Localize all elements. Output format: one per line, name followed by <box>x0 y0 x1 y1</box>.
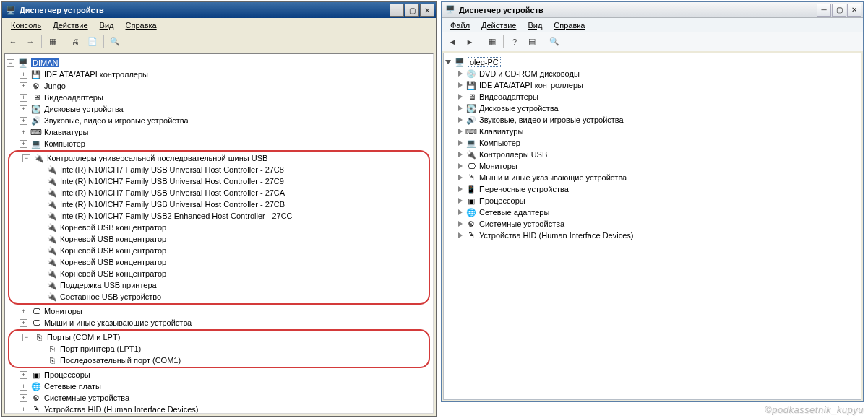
expand-icon[interactable]: + <box>20 71 27 79</box>
menu-console[interactable]: Консоль <box>5 19 47 31</box>
category-label[interactable]: Мониторы <box>44 307 82 315</box>
tree-category[interactable]: 💾 IDE ATA/ATAPI контроллеры <box>458 79 859 91</box>
expand-icon[interactable] <box>458 198 463 204</box>
category-label[interactable]: Мониторы <box>479 162 517 170</box>
root-label[interactable]: DIMAN <box>31 58 59 67</box>
forward-icon[interactable]: → <box>22 34 38 50</box>
menu-action[interactable]: Действие <box>47 19 93 31</box>
expand-icon[interactable] <box>458 129 463 134</box>
collapse-icon[interactable]: − <box>22 154 30 162</box>
category-label[interactable]: IDE ATA/ATAPI контроллеры <box>44 70 148 79</box>
category-label[interactable]: IDE ATA/ATAPI контроллеры <box>479 81 583 90</box>
tree-category[interactable]: 🖱 Устройства HID (Human Interface Device… <box>458 230 859 241</box>
tree-category[interactable]: + 🖱 Устройства HID (Human Interface Devi… <box>20 404 431 414</box>
expand-icon[interactable]: + <box>20 308 27 315</box>
titlebar[interactable]: 🖥️ Диспетчер устройств ─ ▢ ✕ <box>442 2 863 18</box>
device-label[interactable]: Intel(R) N10/ICH7 Family USB Universal H… <box>60 188 285 197</box>
tree-device[interactable]: 🔌 Поддержка USB принтера <box>35 279 429 291</box>
expand-icon[interactable] <box>458 186 463 192</box>
tree-category[interactable]: + ⚙ Jungo <box>20 80 431 92</box>
scan-icon[interactable]: 🔍 <box>546 34 562 50</box>
menu-help[interactable]: Справка <box>548 19 590 31</box>
expand-icon[interactable] <box>458 221 463 227</box>
device-label[interactable]: Корневой USB концентратор <box>60 269 166 278</box>
device-label[interactable]: Корневой USB концентратор <box>60 258 166 266</box>
category-label[interactable]: Контроллеры универсальной последовательн… <box>47 154 267 162</box>
tree-category[interactable]: 📱 Переносные устройства <box>458 183 859 195</box>
expand-icon[interactable]: + <box>20 82 27 90</box>
device-label[interactable]: Корневой USB концентратор <box>60 246 166 255</box>
device-label[interactable]: Поддержка USB принтера <box>60 281 157 289</box>
category-label[interactable]: Видеоадаптеры <box>479 92 538 101</box>
expand-icon[interactable] <box>458 152 463 157</box>
tree-category[interactable]: + 🖥 Видеоадаптеры <box>20 92 431 103</box>
tree-category[interactable]: 🖵 Мониторы <box>458 160 859 172</box>
category-label[interactable]: Порты (COM и LPT) <box>47 333 120 341</box>
category-label[interactable]: Jungo <box>44 82 66 90</box>
expand-icon[interactable] <box>458 232 463 238</box>
device-label[interactable]: Корневой USB концентратор <box>60 235 166 243</box>
menu-view[interactable]: Вид <box>522 19 548 31</box>
tree-device[interactable]: 🔌 Intel(R) N10/ICH7 Family USB Universal… <box>35 175 429 187</box>
maximize-button[interactable]: ▢ <box>405 4 419 17</box>
titlebar[interactable]: 🖥️ Диспетчер устройств _ ▢ ✕ <box>2 2 436 18</box>
expand-icon[interactable] <box>458 163 463 169</box>
tree-device[interactable]: 🔌 Корневой USB концентратор <box>35 256 429 268</box>
tree-device[interactable]: 🔌 Корневой USB концентратор <box>35 245 429 256</box>
expand-icon[interactable]: + <box>20 394 27 402</box>
collapse-icon[interactable] <box>445 60 451 64</box>
tree-device[interactable]: 🔌 Intel(R) N10/ICH7 Family USB2 Enhanced… <box>35 210 429 222</box>
tree-content[interactable]: 🖥️ oleg-PC 💿 DVD и CD-ROM дисководы 💾 ID… <box>443 53 861 400</box>
minimize-button[interactable]: _ <box>390 4 404 17</box>
tree-category[interactable]: + ▣ Процессоры <box>20 369 431 380</box>
tree-category[interactable]: 🌐 Сетевые адаптеры <box>458 206 859 218</box>
menu-view[interactable]: Вид <box>94 19 120 31</box>
expand-icon[interactable]: + <box>20 117 27 125</box>
expand-icon[interactable]: + <box>20 105 27 113</box>
expand-icon[interactable] <box>458 209 463 215</box>
category-label[interactable]: Звуковые, видео и игровые устройства <box>479 116 624 124</box>
usb-category[interactable]: − 🔌 Контроллеры универсальной последоват… <box>22 152 429 164</box>
maximize-button[interactable]: ▢ <box>832 4 846 17</box>
device-label[interactable]: Intel(R) N10/ICH7 Family USB Universal H… <box>60 200 285 209</box>
print-icon[interactable]: 🖨 <box>67 34 83 50</box>
device-label[interactable]: Корневой USB концентратор <box>60 223 166 232</box>
properties-icon[interactable]: 📄 <box>85 34 100 50</box>
expand-icon[interactable]: + <box>20 94 27 102</box>
tree-device[interactable]: ⎘ Последовательный порт (COM1) <box>35 354 429 366</box>
category-label[interactable]: Системные устройства <box>479 219 564 228</box>
properties-icon[interactable]: ▤ <box>524 34 540 50</box>
category-label[interactable]: Дисковые устройства <box>479 104 559 113</box>
tree-device[interactable]: 🔌 Корневой USB концентратор <box>35 268 429 279</box>
category-label[interactable]: Системные устройства <box>44 393 129 402</box>
tree-category[interactable]: + 💾 IDE ATA/ATAPI контроллеры <box>20 69 431 80</box>
tree-category[interactable]: + 🖵 Мыши и иные указывающие устройства <box>20 317 431 328</box>
category-label[interactable]: Процессоры <box>479 196 525 205</box>
tree-content[interactable]: − 🖥️ DIMAN + 💾 IDE ATA/ATAPI контроллеры… <box>4 53 434 414</box>
tree-category[interactable]: ⚙ Системные устройства <box>458 218 859 230</box>
category-label[interactable]: Звуковые, видео и игровые устройства <box>44 116 189 125</box>
expand-icon[interactable]: + <box>20 319 27 327</box>
category-label[interactable]: Мыши и иные указывающие устройства <box>44 318 192 327</box>
category-label[interactable]: DVD и CD-ROM дисководы <box>479 69 580 78</box>
tree-device[interactable]: 🔌 Составное USB устройство <box>35 291 429 302</box>
tree-device[interactable]: ⎘ Порт принтера (LPT1) <box>35 343 429 354</box>
tree-category[interactable]: 🖥 Видеоадаптеры <box>458 91 859 103</box>
forward-icon[interactable]: ► <box>462 34 478 50</box>
menu-action[interactable]: Действие <box>476 19 522 31</box>
tree-category[interactable]: 🔊 Звуковые, видео и игровые устройства <box>458 114 859 126</box>
root-label[interactable]: oleg-PC <box>468 57 501 67</box>
tree-category[interactable]: 💿 DVD и CD-ROM дисководы <box>458 68 859 79</box>
expand-icon[interactable] <box>458 140 463 146</box>
tree-category[interactable]: 🖱 Мыши и иные указывающие устройства <box>458 172 859 183</box>
view-icon[interactable]: ▦ <box>45 34 61 50</box>
collapse-icon[interactable]: − <box>7 59 14 67</box>
tree-category[interactable]: 🔌 Контроллеры USB <box>458 149 859 160</box>
device-label[interactable]: Intel(R) N10/ICH7 Family USB Universal H… <box>60 165 284 174</box>
scan-icon[interactable]: 🔍 <box>107 34 123 50</box>
help-icon[interactable]: ? <box>507 34 523 50</box>
expand-icon[interactable] <box>458 94 463 100</box>
category-label[interactable]: Компьютер <box>44 139 85 148</box>
device-label[interactable]: Intel(R) N10/ICH7 Family USB Universal H… <box>60 177 284 186</box>
category-label[interactable]: Сетевые адаптеры <box>479 208 549 217</box>
